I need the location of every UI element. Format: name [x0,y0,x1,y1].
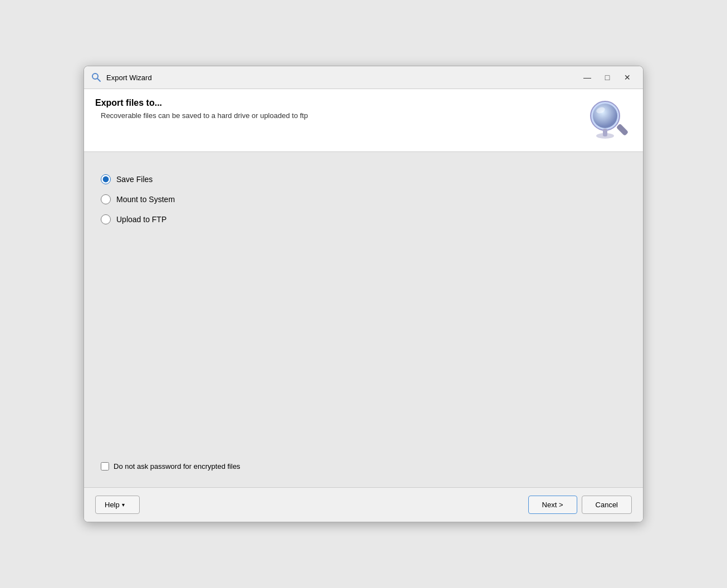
title-bar-left: Export Wizard [91,72,152,83]
radio-label-upload-ftp: Upload to FTP [116,215,166,224]
radio-label-mount-system: Mount to System [116,195,175,204]
next-button[interactable]: Next > [528,496,577,514]
svg-rect-7 [603,129,607,136]
checkbox-row: Do not ask password for encrypted files [101,462,626,471]
no-password-checkbox[interactable] [101,462,109,471]
wizard-title-icon [91,72,102,83]
minimize-button[interactable]: — [578,71,596,84]
svg-point-4 [593,104,617,128]
radio-save-files[interactable] [101,174,111,184]
radio-mount-system[interactable] [101,194,111,204]
maximize-button[interactable]: □ [598,71,616,84]
footer-section: Help ▾ Next > Cancel [84,487,643,522]
header-subtitle: Recoverable files can be saved to a hard… [101,111,308,120]
magnifying-glass-icon [587,98,632,143]
help-button[interactable]: Help ▾ [95,496,140,514]
header-text: Export files to... Recoverable files can… [95,98,308,120]
radio-item-save-files[interactable]: Save Files [101,174,626,184]
title-bar-controls: — □ ✕ [578,71,636,84]
header-title: Export files to... [95,98,308,108]
svg-rect-2 [616,124,629,136]
header-section: Export files to... Recoverable files can… [84,89,643,152]
no-password-label: Do not ask password for encrypted files [114,462,240,471]
help-chevron-icon: ▾ [122,502,125,508]
svg-line-1 [97,79,100,81]
window-title: Export Wizard [106,74,152,82]
footer-right: Next > Cancel [528,496,632,514]
header-icon-container [587,98,632,143]
radio-item-upload-ftp[interactable]: Upload to FTP [101,214,626,224]
footer-left: Help ▾ [95,496,140,514]
cancel-button[interactable]: Cancel [582,496,632,514]
export-wizard-window: Export Wizard — □ ✕ Export files to... R… [83,66,644,522]
radio-item-mount-system[interactable]: Mount to System [101,194,626,204]
content-spacer [101,224,626,462]
radio-upload-ftp[interactable] [101,214,111,224]
radio-label-save-files: Save Files [116,175,153,184]
radio-group: Save Files Mount to System Upload to FTP [101,174,626,224]
help-label: Help [105,501,120,509]
close-button[interactable]: ✕ [618,71,636,84]
content-area: Save Files Mount to System Upload to FTP… [84,152,643,487]
title-bar: Export Wizard — □ ✕ [84,66,643,89]
